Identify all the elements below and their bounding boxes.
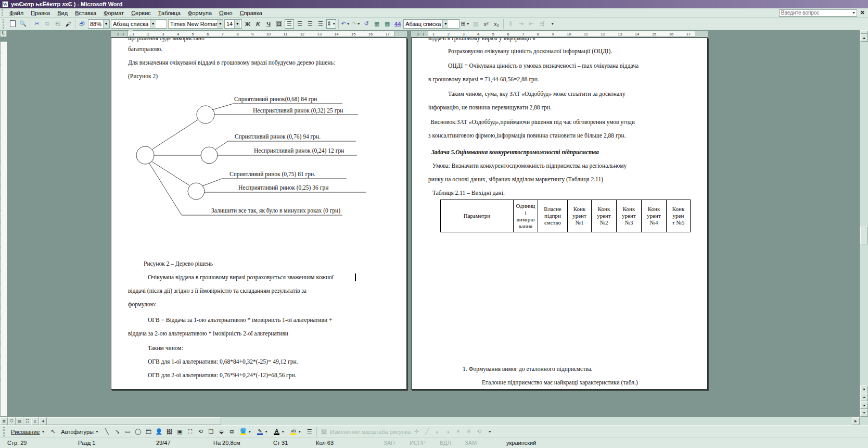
drawing-menu-button[interactable]: Рисование▼	[9, 427, 47, 437]
previous-page-button[interactable]: ⏶	[860, 393, 868, 401]
split-handle[interactable]	[860, 30, 868, 34]
status-flag-record[interactable]: ЗАП	[384, 440, 395, 446]
line-color-button[interactable]: ✎▼	[255, 427, 270, 437]
scroll-down-arrow[interactable]: ▼	[860, 385, 868, 393]
menu-item[interactable]: Справка	[236, 9, 266, 17]
chevron-down-icon[interactable]: ▼	[357, 22, 361, 26]
zoom-select[interactable]: 88%▼	[88, 19, 110, 29]
chevron-down-icon[interactable]: ▼	[103, 20, 109, 28]
columns-icon[interactable]: ⦀	[506, 19, 515, 29]
menu-item[interactable]: Таблица	[155, 9, 184, 17]
insert-picture-button[interactable]: 🖼	[274, 19, 284, 29]
3d-style-icon[interactable]: ⬙	[217, 427, 226, 436]
toolbar-options-button[interactable]: ▼	[547, 19, 557, 29]
align-right-button[interactable]: ☰	[305, 19, 315, 29]
status-flag-overtype[interactable]: ЗАМ	[465, 440, 477, 446]
vertical-scrollbar[interactable]: ▲ ▼ ⏶ ● ⏷	[860, 30, 868, 417]
menu-item[interactable]: Сервис	[127, 9, 155, 17]
print-layout-view-button[interactable]: ▤	[16, 417, 23, 425]
menu-item[interactable]: Вставка	[71, 9, 100, 17]
scroll-right-arrow[interactable]: ►	[852, 417, 860, 425]
align-justify-button[interactable]: ☰	[316, 19, 325, 29]
chevron-down-icon[interactable]: ▼	[234, 20, 240, 28]
bold-button[interactable]: Ж	[243, 19, 252, 29]
horizontal-ruler-left-page[interactable]: 2 · 1 · 1234567891011121314151617	[111, 31, 407, 37]
textbox-icon[interactable]: 🗔	[144, 427, 153, 436]
chevron-down-icon[interactable]: ▼	[248, 430, 251, 433]
chevron-down-icon[interactable]: ▼	[347, 22, 350, 26]
next-page-button[interactable]: ⏷	[860, 409, 868, 417]
clipart-icon[interactable]: 👤	[155, 427, 163, 436]
border-select[interactable]: ⊞▼	[461, 19, 470, 29]
line-icon[interactable]: ╲	[103, 427, 111, 436]
web-layout-view-button[interactable]: 🌣	[8, 417, 16, 425]
sort-ascending-icon[interactable]: ⇥	[516, 19, 526, 29]
scroll-track[interactable]	[47, 417, 852, 425]
line-spacing-button[interactable]: ⇕▼	[326, 19, 336, 29]
insert-table-button[interactable]: ▦	[372, 19, 381, 29]
select-objects-icon[interactable]: ↖	[48, 427, 57, 436]
superscript-button[interactable]: x²	[481, 19, 491, 29]
chevron-down-icon[interactable]: ▼	[442, 20, 448, 28]
chevron-down-icon[interactable]: ▼	[218, 20, 223, 28]
scroll-track[interactable]	[860, 42, 868, 385]
menu-item[interactable]: Вид	[54, 9, 71, 17]
italic-button[interactable]: K	[253, 19, 263, 29]
toolbar-options-button[interactable]: ▼	[485, 427, 494, 436]
refresh-icon[interactable]: ↺	[362, 19, 371, 29]
font-color-button[interactable]: А▼	[272, 427, 287, 437]
align-left-button[interactable]: ☰	[285, 19, 294, 29]
styles-and-formatting-button[interactable]: 44	[393, 19, 402, 29]
autoshapes-button[interactable]: Автофигуры▼	[59, 427, 101, 437]
indent-markers[interactable]	[127, 30, 133, 36]
scroll-up-arrow[interactable]: ▲	[860, 34, 868, 42]
font-select[interactable]: Times New Roman▼	[168, 19, 223, 29]
chevron-down-icon[interactable]: ▼	[851, 10, 857, 16]
chevron-down-icon[interactable]: ▼	[150, 20, 156, 28]
fill-color-button[interactable]: 🪣▼	[238, 427, 253, 437]
wordart-icon[interactable]: ⧉	[227, 427, 236, 436]
page-right[interactable]: віддачі в грошовому виразі у інформації …	[411, 38, 708, 390]
status-flag-extend-selection[interactable]: ВДЛ	[440, 440, 451, 446]
toolbar-grip[interactable]	[2, 9, 4, 17]
menu-item[interactable]: Формат	[100, 9, 127, 17]
chevron-down-icon[interactable]: ▼	[264, 430, 268, 433]
status-flag-track-changes[interactable]: ИСПР	[410, 440, 426, 446]
scroll-left-arrow[interactable]: ◄	[39, 417, 47, 425]
normal-view-button[interactable]: ≣	[0, 417, 8, 425]
select-browse-object-button[interactable]: ●	[860, 401, 868, 409]
close-icon[interactable]: ✕	[860, 9, 865, 16]
scroll-thumb[interactable]	[860, 227, 868, 244]
chevron-down-icon[interactable]: ▼	[298, 430, 301, 433]
reset-picture-icon[interactable]: ⟲	[475, 427, 483, 436]
menu-item[interactable]: Файл	[6, 9, 27, 17]
brightness-more-icon[interactable]: ☀	[454, 427, 463, 436]
free-rotate-icon[interactable]: ⟲	[196, 427, 205, 436]
new-document-button[interactable]	[8, 19, 17, 29]
diagram-icon[interactable]: ▣	[175, 427, 184, 436]
copy-button[interactable]: ⧉	[43, 19, 52, 29]
subscript-button[interactable]: x₂	[492, 19, 501, 29]
brightness-less-icon[interactable]: ✳	[464, 427, 473, 436]
redo-button[interactable]: ↷▼	[351, 19, 361, 29]
crop-icon[interactable]: ✛	[412, 427, 421, 436]
shadow-style-icon[interactable]: ❏	[207, 427, 215, 436]
reading-view-button[interactable]: ▯	[31, 417, 39, 425]
insert-picture-icon[interactable]: 🖽	[165, 427, 174, 436]
scroll-thumb[interactable]	[47, 417, 221, 425]
chevron-down-icon[interactable]: ▼	[466, 22, 470, 26]
status-language[interactable]: украинский	[506, 440, 536, 446]
contrast-more-icon[interactable]: ◐	[433, 427, 442, 436]
distribute-icon[interactable]: ⇶	[537, 19, 546, 29]
toolbar-grip[interactable]	[3, 19, 5, 28]
format-painter-button[interactable]: 🖌	[63, 19, 73, 29]
font-size-select[interactable]: 14▼	[224, 19, 242, 29]
cut-button[interactable]: ✂	[32, 19, 42, 29]
highlight-color-button[interactable]: ab▼	[288, 427, 303, 437]
highlight-button[interactable]: ▨	[471, 19, 480, 29]
paste-button[interactable]: ⎗	[53, 19, 62, 29]
insert-excel-table-button[interactable]: ▦	[382, 19, 392, 29]
edit-points-icon[interactable]: ⛶	[186, 427, 195, 436]
horizontal-ruler-right-page[interactable]: 2 · 1 · 1234567891011121314151617	[411, 31, 708, 37]
toolbar-grip[interactable]	[3, 427, 6, 436]
